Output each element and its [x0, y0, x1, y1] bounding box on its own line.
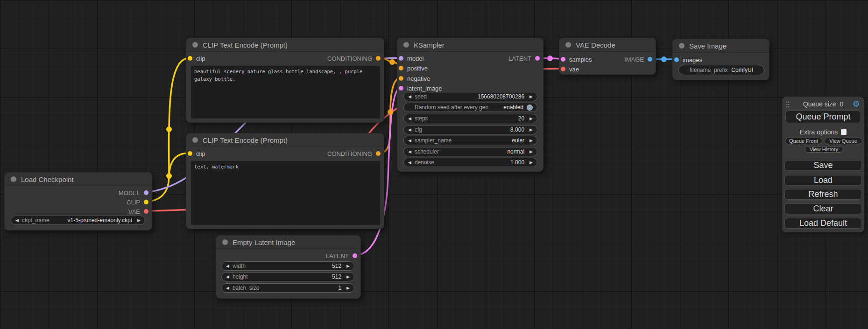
node-header[interactable]: CLIP Text Encode (Prompt) — [186, 133, 384, 147]
conditioning-slot-dot[interactable] — [376, 151, 381, 156]
gear-icon[interactable]: ⚙ — [853, 99, 860, 109]
decrement-arrow-icon[interactable]: ◀ — [408, 161, 411, 165]
clip-slot-dot[interactable] — [144, 200, 148, 204]
sampler-name-widget[interactable]: ◀ sampler_name euler ▶ — [403, 136, 537, 145]
output-slot-model[interactable]: MODEL — [119, 189, 148, 196]
random-seed-widget[interactable]: Random seed after every gen enabled — [403, 103, 537, 112]
clear-button[interactable]: Clear — [784, 203, 862, 214]
view-queue-button[interactable]: View Queue — [824, 138, 862, 144]
decrement-arrow-icon[interactable]: ◀ — [408, 117, 411, 121]
increment-arrow-icon[interactable]: ▶ — [529, 117, 533, 121]
decrement-arrow-icon[interactable]: ◀ — [408, 95, 411, 99]
extra-options-checkbox[interactable] — [841, 129, 847, 135]
filename-prefix-widget[interactable]: filename_prefix ComfyUI — [678, 65, 764, 75]
vae-slot-dot[interactable] — [144, 209, 148, 214]
input-slot-positive[interactable]: positive — [399, 64, 428, 72]
node-save-image[interactable]: Save Image images filename_prefix ComfyU… — [672, 39, 769, 80]
load-button[interactable]: Load — [784, 175, 862, 186]
reroute-dot-negative[interactable] — [388, 109, 393, 115]
output-slot-latent[interactable]: LATENT — [326, 252, 357, 259]
node-header[interactable]: Load Checkpoint — [5, 173, 152, 186]
image-slot-dot[interactable] — [674, 57, 679, 62]
increment-arrow-icon[interactable]: ▶ — [346, 286, 350, 290]
conditioning-slot-dot[interactable] — [399, 76, 403, 81]
node-graph-canvas[interactable]: Load Checkpoint MODEL CLIP VAE ◀ ckpt_na… — [0, 0, 868, 329]
increment-arrow-icon[interactable]: ▶ — [529, 139, 533, 143]
node-ksampler[interactable]: KSampler model positive negative latent_… — [397, 38, 543, 172]
model-slot-dot[interactable] — [399, 56, 403, 61]
input-slot-clip[interactable]: clip — [188, 55, 205, 62]
input-slot-negative[interactable]: negative — [399, 75, 430, 82]
decrement-arrow-icon[interactable]: ◀ — [408, 150, 411, 154]
queue-front-button[interactable]: Queue Front — [785, 138, 822, 144]
model-slot-dot[interactable] — [144, 190, 148, 195]
input-slot-clip[interactable]: clip — [188, 150, 205, 157]
save-button[interactable]: Save — [784, 160, 862, 171]
conditioning-slot-dot[interactable] — [399, 66, 403, 70]
node-clip-text-encode-negative[interactable]: CLIP Text Encode (Prompt) clip CONDITION… — [186, 133, 384, 229]
toggle-on-indicator[interactable] — [527, 105, 533, 111]
node-clip-text-encode-positive[interactable]: CLIP Text Encode (Prompt) clip CONDITION… — [186, 38, 384, 123]
latent-slot-dot[interactable] — [399, 86, 403, 91]
node-empty-latent-image[interactable]: Empty Latent Image LATENT ◀ width 512 ▶ … — [216, 235, 361, 299]
node-header[interactable]: Empty Latent Image — [216, 236, 360, 249]
clip-slot-dot[interactable] — [188, 56, 192, 61]
node-header[interactable]: VAE Decode — [559, 38, 656, 52]
node-header[interactable]: Save Image — [673, 39, 769, 53]
decrement-arrow-icon[interactable]: ◀ — [226, 275, 229, 279]
positive-prompt-textarea[interactable]: beautiful scenery nature glass bottle la… — [191, 66, 380, 119]
increment-arrow-icon[interactable]: ▶ — [529, 95, 533, 99]
reroute-dot-clip-upper[interactable] — [166, 126, 172, 132]
reroute-dot-latent[interactable] — [547, 56, 553, 61]
batch-size-widget[interactable]: ◀ batch_size 1 ▶ — [221, 283, 354, 293]
node-header[interactable]: CLIP Text Encode (Prompt) — [186, 38, 384, 52]
image-slot-dot[interactable] — [648, 57, 652, 62]
conditioning-slot-dot[interactable] — [376, 56, 381, 61]
output-slot-latent[interactable]: LATENT — [508, 55, 540, 62]
input-slot-images[interactable]: images — [674, 56, 702, 63]
increment-arrow-icon[interactable]: ▶ — [346, 275, 350, 279]
decrement-arrow-icon[interactable]: ◀ — [226, 264, 229, 268]
scheduler-widget[interactable]: ◀ scheduler normal ▶ — [403, 147, 537, 156]
output-slot-vae[interactable]: VAE — [128, 208, 148, 215]
input-slot-samples[interactable]: samples — [561, 56, 592, 63]
node-header[interactable]: KSampler — [397, 38, 543, 52]
ckpt-name-widget[interactable]: ◀ ckpt_name v1-5-pruned-emaonly.ckpt ▶ — [11, 216, 145, 225]
node-load-checkpoint[interactable]: Load Checkpoint MODEL CLIP VAE ◀ ckpt_na… — [4, 172, 152, 231]
increment-arrow-icon[interactable]: ▶ — [529, 128, 533, 132]
reroute-dot-positive[interactable] — [389, 59, 395, 65]
increment-arrow-icon[interactable]: ▶ — [137, 218, 141, 223]
node-vae-decode[interactable]: VAE Decode samples vae IMAGE — [559, 38, 656, 75]
output-slot-conditioning[interactable]: CONDITIONING — [327, 150, 381, 157]
increment-arrow-icon[interactable]: ▶ — [529, 161, 533, 165]
clip-slot-dot[interactable] — [188, 151, 192, 156]
load-default-button[interactable]: Load Default — [784, 218, 862, 229]
output-slot-conditioning[interactable]: CONDITIONING — [327, 55, 381, 62]
increment-arrow-icon[interactable]: ▶ — [529, 150, 533, 154]
decrement-arrow-icon[interactable]: ◀ — [226, 286, 229, 290]
reroute-dot-image[interactable] — [661, 56, 667, 62]
width-widget[interactable]: ◀ width 512 ▶ — [221, 261, 354, 271]
output-slot-image[interactable]: IMAGE — [624, 56, 652, 63]
cfg-widget[interactable]: ◀ cfg 8.000 ▶ — [403, 125, 537, 134]
height-widget[interactable]: ◀ height 512 ▶ — [221, 272, 354, 281]
input-slot-vae[interactable]: vae — [561, 65, 579, 73]
output-slot-clip[interactable]: CLIP — [127, 198, 148, 206]
decrement-arrow-icon[interactable]: ◀ — [408, 128, 411, 132]
steps-widget[interactable]: ◀ steps 20 ▶ — [403, 114, 537, 123]
latent-slot-dot[interactable] — [561, 57, 565, 62]
vae-slot-dot[interactable] — [561, 67, 565, 71]
seed-widget[interactable]: ◀ seed 156680208700286 ▶ — [403, 92, 537, 101]
refresh-button[interactable]: Refresh — [784, 189, 862, 200]
latent-slot-dot[interactable] — [353, 253, 357, 258]
reroute-dot-clip-lower[interactable] — [166, 173, 172, 179]
denoise-widget[interactable]: ◀ denoise 1.000 ▶ — [403, 158, 537, 167]
input-slot-model[interactable]: model — [399, 55, 423, 62]
latent-slot-dot[interactable] — [535, 56, 540, 61]
input-slot-latent-image[interactable]: latent_image — [399, 84, 442, 92]
negative-prompt-textarea[interactable]: text, watermark — [191, 161, 380, 225]
decrement-arrow-icon[interactable]: ◀ — [15, 218, 19, 223]
increment-arrow-icon[interactable]: ▶ — [346, 264, 350, 268]
queue-prompt-button[interactable]: Queue Prompt — [785, 111, 861, 123]
view-history-button[interactable]: View History — [804, 146, 843, 153]
